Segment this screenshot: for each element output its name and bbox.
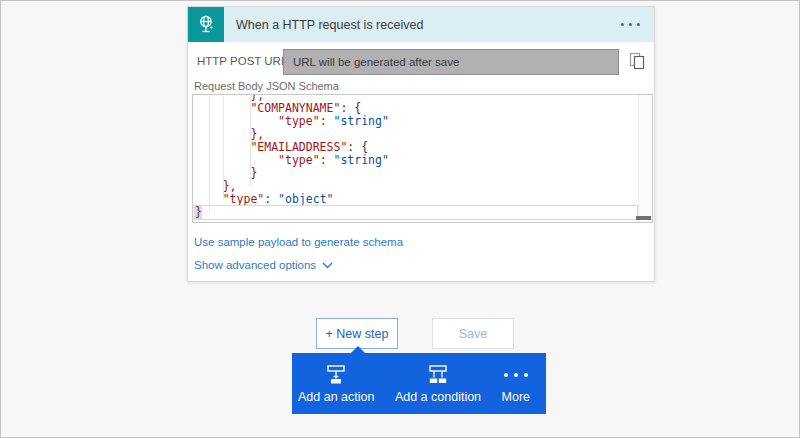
add-a-condition-item[interactable]: Add a condition (395, 364, 481, 404)
save-button[interactable]: Save (432, 318, 514, 349)
http-connector-icon-box (188, 7, 224, 42)
code-line: } (195, 206, 637, 219)
show-advanced-options-link[interactable]: Show advanced options (194, 259, 333, 271)
request-body-schema-label: Request Body JSON Schema (194, 80, 339, 92)
editor-scrollbar-thumb[interactable] (636, 216, 651, 220)
card-menu-ellipsis-icon[interactable] (621, 23, 654, 26)
trigger-card-title: When a HTTP request is received (224, 18, 621, 32)
indent-guide (209, 95, 210, 212)
indent-guide (223, 95, 224, 199)
trigger-card-header[interactable]: When a HTTP request is received (188, 7, 654, 42)
code-line: } (195, 167, 637, 180)
http-request-globe-icon (196, 14, 216, 36)
json-schema-editor[interactable]: }, "COMPANYNAME": { "type": "string" }, … (192, 94, 653, 223)
more-item[interactable]: More (502, 364, 530, 404)
flow-designer-canvas: When a HTTP request is received HTTP POS… (0, 0, 800, 438)
show-advanced-options-label: Show advanced options (194, 259, 316, 271)
more-label: More (502, 390, 530, 404)
chevron-down-icon (322, 262, 333, 269)
code-content: }, "COMPANYNAME": { "type": "string" }, … (193, 94, 637, 219)
add-an-action-label: Add an action (298, 390, 374, 404)
add-condition-icon (427, 364, 449, 386)
add-an-action-item[interactable]: Add an action (298, 364, 374, 404)
add-a-condition-label: Add a condition (395, 390, 481, 404)
copy-icon (629, 52, 646, 71)
use-sample-payload-link[interactable]: Use sample payload to generate schema (194, 236, 403, 248)
add-action-icon (325, 364, 347, 386)
http-post-url-label: HTTP POST URL (197, 55, 287, 67)
use-sample-payload-label: Use sample payload to generate schema (194, 236, 403, 248)
indent-guide (250, 95, 251, 186)
http-post-url-input[interactable] (283, 49, 619, 75)
new-step-button[interactable]: + New step (316, 318, 398, 349)
code-line: "type": "object" (195, 193, 637, 206)
http-request-trigger-card: When a HTTP request is received HTTP POS… (187, 6, 655, 282)
editor-scrollbar[interactable] (638, 95, 652, 222)
new-step-action-menu: Add an action Add a condition More (292, 353, 546, 414)
copy-url-button[interactable] (627, 52, 647, 72)
more-ellipsis-icon (504, 364, 528, 386)
code-line: "type": "string" (195, 154, 637, 167)
